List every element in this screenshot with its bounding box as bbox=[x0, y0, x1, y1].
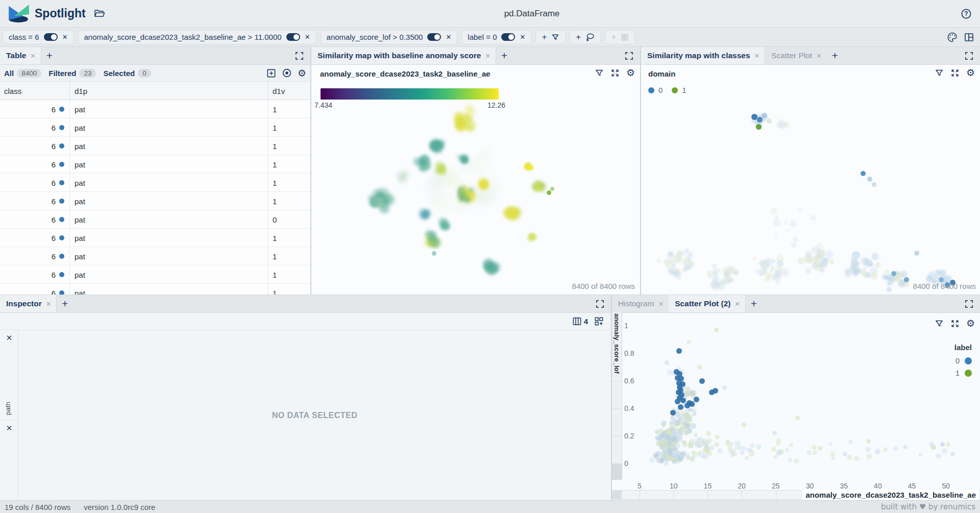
add-tab-button[interactable]: + bbox=[827, 47, 843, 64]
data-point bbox=[487, 262, 497, 272]
table-row[interactable]: 6pat1 bbox=[0, 174, 310, 192]
filter-close-icon[interactable]: ✕ bbox=[305, 33, 310, 41]
legend-entry[interactable]: 0 bbox=[954, 356, 972, 365]
tab-close-icon[interactable]: ✕ bbox=[816, 52, 821, 60]
visibility-icon[interactable] bbox=[282, 68, 292, 78]
open-folder-icon[interactable] bbox=[94, 9, 105, 18]
add-tab-button[interactable]: + bbox=[746, 295, 762, 312]
tab-histogram[interactable]: Histogram✕ bbox=[612, 295, 669, 312]
data-point bbox=[440, 223, 446, 228]
tab-close-icon[interactable]: ✕ bbox=[46, 300, 51, 308]
table-row[interactable]: 6pat1 bbox=[0, 284, 310, 295]
tab-similarity-map-with-baseline-anomaly-score[interactable]: Similarity map with baseline anomaly sco… bbox=[311, 47, 496, 64]
fullscreen-icon[interactable] bbox=[589, 295, 611, 312]
table-row[interactable]: 6pat1 bbox=[0, 192, 310, 210]
filter-close-icon[interactable]: ✕ bbox=[446, 33, 451, 41]
tab-close-icon[interactable]: ✕ bbox=[485, 52, 490, 60]
view-tab-selected[interactable]: Selected0 bbox=[103, 69, 151, 78]
add-tab-button[interactable]: + bbox=[57, 295, 73, 312]
tab-inspector[interactable]: Inspector✕ bbox=[0, 295, 57, 312]
filter-toggle[interactable] bbox=[501, 33, 515, 41]
layout-icon[interactable] bbox=[964, 32, 974, 42]
lane-close-icon[interactable]: ✕ bbox=[0, 333, 18, 343]
lane-close-icon[interactable]: ✕ bbox=[0, 424, 18, 433]
legend-entry-label[interactable]: 1 bbox=[682, 86, 686, 94]
plot-settings-icon[interactable]: ⚙ bbox=[966, 319, 975, 328]
plot-settings-icon[interactable]: ⚙ bbox=[626, 68, 635, 78]
data-point bbox=[437, 174, 449, 186]
filter-icon[interactable] bbox=[595, 68, 604, 78]
similarity-map-canvas[interactable] bbox=[641, 100, 980, 295]
filter-close-icon[interactable]: ✕ bbox=[520, 33, 525, 41]
tab-close-icon[interactable]: ✕ bbox=[658, 300, 664, 308]
view-tab-count: 0 bbox=[138, 69, 151, 78]
column-header-d1p[interactable]: d1p bbox=[75, 82, 87, 100]
data-point bbox=[676, 348, 682, 354]
columns-view-icon[interactable] bbox=[572, 316, 582, 326]
data-point bbox=[712, 271, 716, 276]
data-point bbox=[708, 274, 712, 278]
tab-close-icon[interactable]: ✕ bbox=[30, 52, 35, 60]
category-dot-icon bbox=[59, 254, 64, 259]
filter-toggle[interactable] bbox=[427, 33, 441, 41]
add-filter-button[interactable]: + bbox=[535, 30, 566, 44]
view-tab-all[interactable]: All8400 bbox=[4, 69, 41, 78]
tab-close-icon[interactable]: ✕ bbox=[754, 52, 760, 60]
data-point bbox=[649, 457, 655, 463]
tab-similarity-map-with-classes[interactable]: Similarity map with classes✕ bbox=[641, 47, 765, 64]
filter-toggle[interactable] bbox=[286, 33, 300, 41]
table-row[interactable]: 6pat1 bbox=[0, 247, 310, 265]
table-row[interactable]: 6pat1 bbox=[0, 229, 310, 247]
expand-icon[interactable] bbox=[950, 319, 960, 328]
fullscreen-icon[interactable] bbox=[288, 47, 310, 64]
view-tab-filtered[interactable]: Filtered23 bbox=[48, 69, 96, 78]
help-icon[interactable]: ? bbox=[961, 8, 972, 19]
similarity-map-canvas[interactable] bbox=[311, 100, 640, 295]
column-header-class[interactable]: class bbox=[4, 82, 21, 100]
expand-icon[interactable] bbox=[950, 68, 960, 78]
fullscreen-icon[interactable] bbox=[618, 47, 640, 64]
filter-close-icon[interactable]: ✕ bbox=[62, 33, 68, 41]
category-dot-icon bbox=[59, 162, 64, 167]
filter-pill-0[interactable]: class = 6✕ bbox=[3, 30, 74, 44]
legend-entry[interactable]: 1 bbox=[954, 369, 972, 377]
filter-pill-2[interactable]: anomaly_score_lof > 0.3500✕ bbox=[321, 30, 458, 44]
palette-icon[interactable] bbox=[947, 32, 958, 42]
data-point bbox=[455, 120, 468, 133]
filter-pill-1[interactable]: anomaly_score_dcase2023_task2_baseline_a… bbox=[78, 30, 316, 44]
table-row[interactable]: 6pat1 bbox=[0, 137, 310, 155]
legend-entry-label[interactable]: 0 bbox=[658, 86, 663, 94]
add-lasso-button[interactable]: + bbox=[570, 30, 601, 44]
fullscreen-icon[interactable] bbox=[958, 47, 980, 64]
column-header-d1v[interactable]: d1v bbox=[273, 82, 285, 100]
scatter-plot-canvas[interactable] bbox=[637, 312, 980, 480]
add-tab-button[interactable]: + bbox=[41, 47, 58, 64]
data-point bbox=[421, 160, 427, 166]
tab-scatter-plot[interactable]: Scatter Plot✕ bbox=[765, 47, 827, 64]
data-point bbox=[478, 187, 497, 206]
data-point bbox=[871, 253, 879, 260]
expand-icon[interactable] bbox=[610, 68, 620, 78]
add-widget-icon[interactable] bbox=[594, 316, 604, 326]
data-point bbox=[821, 268, 825, 273]
table-row[interactable]: 6pat1 bbox=[0, 100, 310, 118]
filter-pill-3[interactable]: label = 0✕ bbox=[461, 30, 531, 44]
table-settings-icon[interactable]: ⚙ bbox=[298, 68, 306, 78]
add-column-icon[interactable] bbox=[266, 68, 276, 78]
data-point bbox=[694, 433, 698, 437]
table-row[interactable]: 6pat1 bbox=[0, 118, 310, 137]
filter-toggle[interactable] bbox=[44, 33, 58, 41]
data-point bbox=[828, 442, 832, 446]
table-row[interactable]: 6pat1 bbox=[0, 155, 310, 174]
tab-close-icon[interactable]: ✕ bbox=[735, 300, 740, 308]
table-row[interactable]: 6pat0 bbox=[0, 210, 310, 229]
cell-class: 6 bbox=[0, 192, 69, 210]
fullscreen-icon[interactable] bbox=[958, 295, 980, 312]
filter-icon[interactable] bbox=[935, 68, 944, 78]
table-row[interactable]: 6pat1 bbox=[0, 265, 310, 284]
filter-icon[interactable] bbox=[935, 319, 944, 328]
plot-settings-icon[interactable]: ⚙ bbox=[966, 68, 975, 78]
add-tab-button[interactable]: + bbox=[496, 47, 512, 64]
tab-scatter-plot-2[interactable]: Scatter Plot (2)✕ bbox=[669, 295, 746, 312]
tab-table[interactable]: Table✕ bbox=[0, 47, 41, 64]
